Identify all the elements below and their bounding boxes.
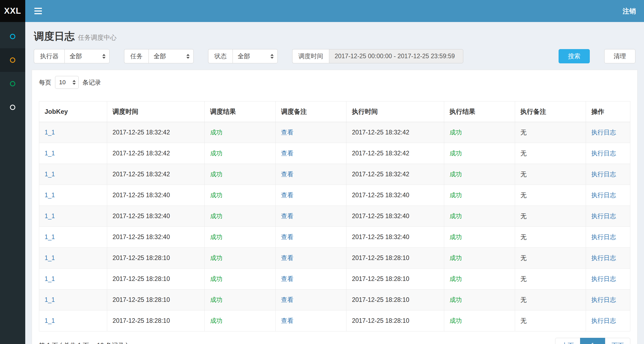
jobkey-link[interactable]: 1_1 — [45, 296, 55, 303]
handle-time-text: 2017-12-25 18:28:10 — [352, 317, 409, 324]
executor-select[interactable]: 全部 — [64, 49, 110, 63]
pagination-summary: 第 1 页 ( 总共 1 页， 10 条记录 ) — [39, 341, 128, 344]
table-row: 1_12017-12-25 18:32:40成功查看2017-12-25 18:… — [39, 227, 630, 248]
execution-log-link[interactable]: 执行日志 — [591, 129, 616, 136]
trigger-result-text: 成功 — [210, 129, 222, 136]
cell-action: 执行日志 — [586, 143, 630, 164]
handle-result-text: 成功 — [450, 233, 462, 240]
cell-handle_msg: 无 — [515, 310, 586, 331]
status-select[interactable]: 全部 — [233, 49, 278, 63]
handle-msg-text: 无 — [520, 192, 527, 199]
sidebar-toggle-button[interactable] — [33, 6, 43, 16]
status-label: 状态 — [208, 49, 233, 63]
jobkey-link[interactable]: 1_1 — [45, 213, 55, 219]
trigger-msg-view-link[interactable]: 查看 — [281, 233, 293, 240]
execution-log-link[interactable]: 执行日志 — [591, 275, 616, 282]
cell-handle_msg: 无 — [515, 122, 586, 143]
trigger-msg-view-link[interactable]: 查看 — [281, 317, 293, 324]
handle-time-text: 2017-12-25 18:32:40 — [352, 192, 409, 199]
search-button[interactable]: 搜索 — [559, 49, 590, 63]
navbar-main: 注销 — [25, 0, 644, 22]
cell-handle_msg: 无 — [515, 248, 586, 269]
cell-handle_time: 2017-12-25 18:32:42 — [346, 143, 444, 164]
trigger-msg-view-link[interactable]: 查看 — [281, 129, 293, 136]
jobkey-link[interactable]: 1_1 — [45, 275, 55, 282]
jobkey-link[interactable]: 1_1 — [45, 317, 55, 324]
cell-job_key: 1_1 — [39, 164, 107, 185]
execution-log-link[interactable]: 执行日志 — [591, 254, 616, 261]
trigger-msg-view-link[interactable]: 查看 — [281, 275, 293, 282]
execution-log-link[interactable]: 执行日志 — [591, 213, 616, 219]
app-logo[interactable]: XXL — [0, 0, 25, 22]
handle-msg-text: 无 — [520, 233, 527, 240]
per-page-select[interactable]: 10 — [55, 76, 79, 89]
cell-trigger_time: 2017-12-25 18:32:40 — [107, 185, 205, 206]
cell-action: 执行日志 — [586, 248, 630, 269]
trigger-time-text: 2017-12-25 18:28:10 — [113, 317, 170, 324]
cell-trigger_time: 2017-12-25 18:32:42 — [107, 143, 205, 164]
content-header: 调度日志任务调度中心 — [25, 22, 644, 49]
cell-trigger_result: 成功 — [205, 290, 276, 310]
cell-handle_result: 成功 — [444, 185, 515, 206]
table-row: 1_12017-12-25 18:32:40成功查看2017-12-25 18:… — [39, 185, 630, 206]
jobkey-link[interactable]: 1_1 — [45, 192, 55, 199]
jobkey-link[interactable]: 1_1 — [45, 254, 55, 261]
page-subtitle: 任务调度中心 — [78, 34, 117, 41]
trigger-time-text: 2017-12-25 18:28:10 — [113, 254, 170, 261]
col-header-handle-time: 执行时间 — [346, 101, 444, 122]
circle-o-icon — [10, 105, 15, 110]
trigger-result-text: 成功 — [210, 254, 222, 261]
cell-action: 执行日志 — [586, 185, 630, 206]
cell-job_key: 1_1 — [39, 290, 107, 310]
cell-handle_result: 成功 — [444, 269, 515, 290]
sidebar-item-3[interactable] — [0, 72, 25, 96]
trigger-msg-view-link[interactable]: 查看 — [281, 254, 293, 261]
trigger-msg-view-link[interactable]: 查看 — [281, 213, 293, 219]
sidebar-item-2[interactable] — [0, 48, 25, 72]
prev-page-button[interactable]: 上页 — [555, 338, 580, 344]
execution-log-link[interactable]: 执行日志 — [591, 296, 616, 303]
execution-log-link[interactable]: 执行日志 — [591, 171, 616, 178]
execution-log-link[interactable]: 执行日志 — [591, 192, 616, 199]
trigger-time-text: 2017-12-25 18:32:42 — [113, 171, 170, 178]
col-header-trigger-result: 调度结果 — [205, 101, 276, 122]
sidebar-item-4[interactable] — [0, 96, 25, 119]
per-page-prefix: 每页 — [39, 78, 51, 87]
trigger-msg-view-link[interactable]: 查看 — [281, 296, 293, 303]
schedule-time-input[interactable] — [329, 49, 463, 63]
trigger-time-text: 2017-12-25 18:28:10 — [113, 275, 170, 282]
clear-button[interactable]: 清理 — [604, 49, 635, 63]
handle-msg-text: 无 — [520, 129, 527, 136]
handle-result-text: 成功 — [450, 254, 462, 261]
next-page-button[interactable]: 下页 — [605, 338, 630, 344]
execution-log-link[interactable]: 执行日志 — [591, 233, 616, 240]
handle-time-text: 2017-12-25 18:28:10 — [352, 296, 409, 303]
cell-job_key: 1_1 — [39, 206, 107, 227]
jobkey-link[interactable]: 1_1 — [45, 233, 55, 240]
col-header-trigger-time: 调度时间 — [107, 101, 205, 122]
job-select[interactable]: 全部 — [149, 49, 194, 63]
trigger-msg-view-link[interactable]: 查看 — [281, 150, 293, 157]
jobkey-link[interactable]: 1_1 — [45, 129, 55, 136]
log-table-body: 1_12017-12-25 18:32:42成功查看2017-12-25 18:… — [39, 122, 630, 331]
handle-result-text: 成功 — [450, 296, 462, 303]
handle-time-text: 2017-12-25 18:32:42 — [352, 129, 409, 136]
execution-log-link[interactable]: 执行日志 — [591, 317, 616, 324]
page-1-button[interactable]: 1 — [580, 338, 605, 344]
handle-msg-text: 无 — [520, 317, 527, 324]
trigger-result-text: 成功 — [210, 296, 222, 303]
cell-handle_time: 2017-12-25 18:28:10 — [346, 248, 444, 269]
trigger-time-text: 2017-12-25 18:32:40 — [113, 213, 170, 219]
logout-link[interactable]: 注销 — [623, 7, 636, 16]
jobkey-link[interactable]: 1_1 — [45, 171, 55, 178]
trigger-result-text: 成功 — [210, 213, 222, 219]
schedule-time-label: 调度时间 — [292, 49, 329, 63]
log-panel: 每页 10 条记录 JobKey 调度时间 调度结果 调度备注 执行时间 执行结… — [32, 70, 638, 344]
trigger-result-text: 成功 — [210, 171, 222, 178]
sidebar-item-1[interactable] — [0, 25, 25, 48]
execution-log-link[interactable]: 执行日志 — [591, 150, 616, 157]
trigger-msg-view-link[interactable]: 查看 — [281, 192, 293, 199]
cell-handle_result: 成功 — [444, 227, 515, 248]
jobkey-link[interactable]: 1_1 — [45, 150, 55, 157]
trigger-msg-view-link[interactable]: 查看 — [281, 171, 293, 178]
